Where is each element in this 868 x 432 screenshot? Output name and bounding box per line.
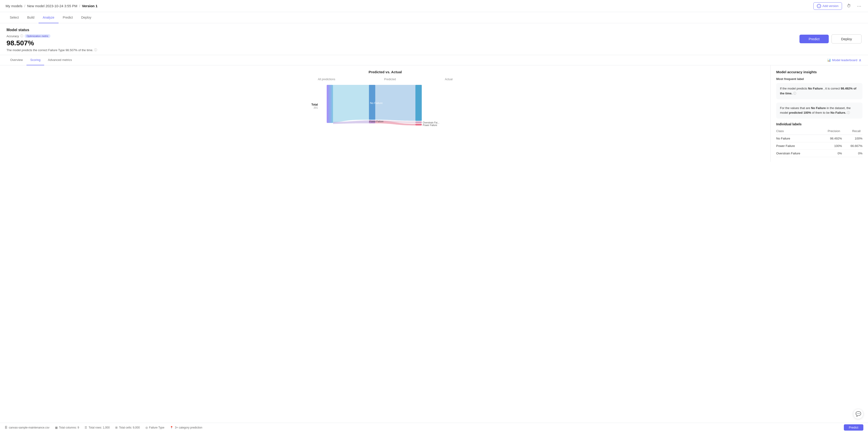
insight1-bold1: No Failure (808, 87, 823, 90)
header: My models / New model 2023-10-24 3:55 PM… (0, 0, 868, 12)
breadcrumb: My models / New model 2023-10-24 3:55 PM… (6, 4, 98, 8)
recall-power-failure: 66.667% (842, 142, 862, 150)
recall-overstrain-failure: 0% (842, 150, 862, 157)
status-cells: ⊞ Total cells: 9,000 (115, 426, 140, 429)
label-actual: Actual (445, 78, 453, 81)
label-predicted: Predicted (384, 78, 396, 81)
insight2-prefix: For the values that are (780, 106, 811, 110)
col-precision: Precision (817, 128, 842, 135)
add-version-button[interactable]: + Add version (813, 2, 842, 10)
table-row: No Failure 98.492% 100% (776, 135, 862, 142)
insight1-middle: , it is correct (824, 87, 841, 90)
more-icon[interactable]: ⋯ (856, 3, 862, 9)
chat-icon: 💬 (856, 411, 861, 416)
tab-predict[interactable]: Predict (59, 12, 77, 23)
accuracy-label-row: Accuracy ⓘ Optimization metric (6, 34, 97, 38)
svg-text:Overstrain Fai...: Overstrain Fai... (423, 121, 439, 124)
svg-text:No Failure: No Failure (370, 102, 383, 105)
insight-box-2: For the values that are No Failure in th… (776, 103, 862, 119)
insight2-info-icon[interactable]: ⓘ (847, 111, 850, 114)
status-bar: 🗄 canvas-sample-maintenance.csv ▦ Total … (0, 423, 868, 432)
status-target: ◎ Failure Type (146, 426, 164, 429)
svg-rect-5 (415, 124, 422, 125)
svg-rect-0 (327, 85, 333, 123)
accuracy-info-icon[interactable]: ⓘ (20, 34, 23, 38)
svg-rect-3 (415, 85, 422, 121)
chart-area: Predicted vs. Actual All predictions Pre… (0, 65, 770, 162)
status-columns: ▦ Total columns: 9 (55, 426, 79, 429)
insight1-prefix: If the model predicts (780, 87, 808, 90)
model-status-actions: Predict Deploy (800, 34, 862, 44)
chart-total-label: Total 201 (304, 83, 320, 129)
insight1-info-icon[interactable]: ⓘ (793, 92, 796, 95)
sub-tab-scoring[interactable]: Scoring (27, 55, 44, 65)
precision-power-failure: 100% (817, 142, 842, 150)
recall-no-failure: 100% (842, 135, 862, 142)
chart-labels-row: All predictions Predicted Actual (304, 78, 467, 81)
target-icon: ◎ (146, 426, 148, 429)
status-prediction-type: 📍 3+ category prediction (170, 426, 202, 429)
content-area: Predicted vs. Actual All predictions Pre… (0, 65, 868, 162)
individual-labels-table: Class Precision Recall No Failure 98.492… (776, 128, 862, 157)
insight2-bold2: predicted 100% (789, 111, 811, 114)
header-actions: + Add version ⏱ ⋯ (813, 2, 862, 10)
nav-tabs: Select Build Analyze Predict Deploy (0, 12, 868, 23)
svg-rect-4 (415, 121, 422, 123)
breadcrumb-version: Version 1 (82, 4, 98, 8)
insight2-bold3: No Failure. (831, 111, 846, 114)
cells-icon: ⊞ (115, 426, 118, 429)
panel-title: Model accuracy insights (776, 70, 862, 74)
desc-info-icon[interactable]: ⓘ (94, 48, 97, 52)
svg-text:Power Failure: Power Failure (423, 124, 437, 126)
chart-title: Predicted vs. Actual (369, 70, 402, 74)
table-row: Power Failure 100% 66.667% (776, 142, 862, 150)
tab-select[interactable]: Select (6, 12, 23, 23)
columns-icon: ▦ (55, 426, 58, 429)
chat-fab-button[interactable]: 💬 (853, 409, 863, 419)
breadcrumb-sep2: / (79, 4, 80, 8)
col-recall: Recall (842, 128, 862, 135)
status-predict-button[interactable]: Predict (844, 424, 863, 431)
precision-overstrain-failure: 0% (817, 150, 842, 157)
sub-tabs-left: Overview Scoring Advanced metrics (6, 55, 76, 65)
deploy-button[interactable]: Deploy (832, 34, 862, 44)
class-power-failure: Power Failure (776, 142, 817, 150)
individual-labels-title: Individual labels (776, 122, 862, 126)
precision-no-failure: 98.492% (817, 135, 842, 142)
status-file: 🗄 canvas-sample-maintenance.csv (5, 426, 50, 429)
model-status-left: Model status Accuracy ⓘ Optimization met… (6, 28, 97, 52)
optimization-badge: Optimization metric (25, 34, 50, 38)
insight2-suffix: of them to be (812, 111, 831, 114)
breadcrumb-model[interactable]: New model 2023-10-24 3:55 PM (27, 4, 78, 8)
right-panel: Model accuracy insights Most frequent la… (770, 65, 868, 162)
breadcrumb-sep1: / (24, 4, 25, 8)
predict-button[interactable]: Predict (800, 35, 829, 43)
accuracy-value: 98.507% (6, 39, 97, 47)
model-status-title: Model status (6, 28, 97, 32)
label-all-predictions: All predictions (318, 78, 335, 81)
accuracy-label-text: Accuracy (6, 34, 19, 38)
insight2-bold1: No Failure (811, 106, 826, 110)
tab-build[interactable]: Build (23, 12, 38, 23)
chart-visual: Total 201 (304, 83, 467, 129)
history-icon[interactable]: ⏱ (846, 3, 852, 9)
model-leaderboard-button[interactable]: 📊 Model leaderboard ∧ (827, 58, 862, 62)
model-status-section: Model status Accuracy ⓘ Optimization met… (0, 23, 868, 55)
class-no-failure: No Failure (776, 135, 817, 142)
sub-tab-advanced-metrics[interactable]: Advanced metrics (44, 55, 75, 65)
most-frequent-label-title: Most frequent label (776, 77, 862, 81)
collapse-icon[interactable]: ∧ (859, 58, 862, 62)
sankey-chart: No Failure Power Failure No Failure Over… (320, 83, 464, 129)
sub-tabs: Overview Scoring Advanced metrics 📊 Mode… (0, 55, 868, 65)
insight-box-1: If the model predicts No Failure , it is… (776, 83, 862, 99)
rows-icon: ☰ (85, 426, 87, 429)
leaderboard-icon: 📊 (827, 58, 831, 62)
breadcrumb-my-models[interactable]: My models (6, 4, 23, 8)
svg-text:Power Failure: Power Failure (369, 120, 383, 123)
class-overstrain-failure: Overstrain Failure (776, 150, 817, 157)
chart-container: All predictions Predicted Actual Total 2… (304, 78, 467, 129)
tab-deploy[interactable]: Deploy (77, 12, 95, 23)
tab-analyze[interactable]: Analyze (38, 12, 59, 23)
table-row: Overstrain Failure 0% 0% (776, 150, 862, 157)
sub-tab-overview[interactable]: Overview (6, 55, 27, 65)
